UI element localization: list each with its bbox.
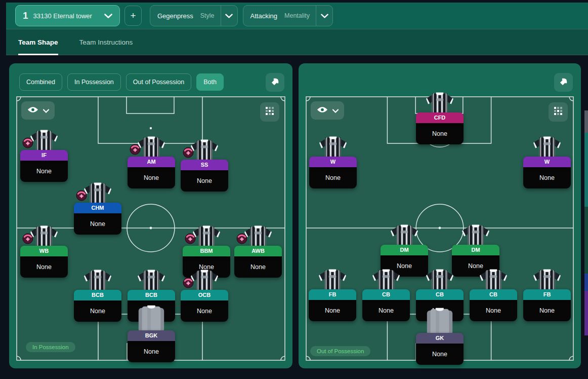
role-label: DM — [471, 247, 480, 253]
jersey-icon — [426, 269, 453, 291]
role-badge: OCB — [181, 290, 228, 300]
role-label: OCB — [198, 292, 211, 298]
player-card[interactable]: FB None — [523, 289, 571, 321]
role-label: BGK — [145, 332, 157, 338]
jersey-icon — [138, 136, 165, 159]
player-name: None — [432, 351, 447, 358]
view-both-button[interactable]: Both — [196, 73, 224, 91]
player-name: None — [432, 130, 447, 137]
edge-strip — [584, 0, 588, 379]
player-name: None — [144, 308, 159, 315]
view-in-possession-button[interactable]: In Possession — [67, 73, 121, 91]
player-name: None — [144, 348, 159, 355]
player-card[interactable]: OCB None — [181, 290, 228, 322]
tab-team-instructions[interactable]: Team Instructions — [79, 29, 133, 55]
player-card[interactable]: IF None — [20, 150, 68, 182]
player-card[interactable]: GK None — [416, 333, 464, 365]
player-name: None — [539, 307, 555, 314]
tactic-selector-dropdown[interactable]: 1 33130 Eternal tower — [15, 5, 120, 26]
chevron-down-icon — [221, 14, 237, 18]
player-card[interactable]: BCB None — [74, 290, 121, 322]
player-name: None — [325, 174, 341, 181]
player-card[interactable]: DM None — [381, 245, 428, 277]
player-name-box: None — [20, 161, 68, 182]
player-card[interactable]: CFD None — [416, 112, 464, 144]
view-combined-button[interactable]: Combined — [19, 73, 62, 91]
role-label: IF — [41, 152, 47, 158]
player-card[interactable]: BBM None — [183, 246, 230, 278]
in-possession-panel: Combined In Possession Out of Possession… — [9, 63, 292, 368]
possession-ball-icon — [183, 277, 194, 288]
role-badge: AWB — [234, 246, 282, 256]
player-card[interactable]: BCB None — [128, 290, 175, 322]
player-card[interactable]: CB None — [362, 289, 410, 321]
player-name: None — [432, 307, 447, 314]
player-card[interactable]: AWB None — [234, 246, 282, 278]
player-card[interactable]: W None — [309, 157, 357, 188]
role-label: SS — [201, 162, 208, 168]
role-label: W — [330, 159, 335, 165]
jersey-icon — [319, 136, 347, 159]
pitch-out-of-possession: CFD None — [306, 96, 574, 361]
players-layer: CFD None — [306, 96, 574, 361]
player-name-box: None — [128, 167, 175, 188]
mentality-dropdown[interactable]: Attacking Mentality — [243, 5, 333, 26]
player-card[interactable]: AM None — [128, 157, 175, 188]
edge-strip-segment — [584, 207, 588, 274]
player-name: None — [539, 174, 555, 181]
player-name-box: None — [452, 255, 499, 277]
out-of-possession-panel: CFD None — [299, 63, 581, 368]
player-name-box: None — [128, 300, 175, 322]
player-name: None — [90, 220, 105, 228]
role-label: GK — [436, 335, 444, 341]
jersey-icon — [244, 225, 272, 248]
player-name-box: None — [523, 167, 571, 188]
role-label: DM — [400, 247, 408, 253]
player-card[interactable]: WB None — [20, 246, 68, 278]
player-name: None — [36, 263, 52, 271]
kit-style-button[interactable] — [266, 73, 284, 92]
team-shape-screen: 1 33130 Eternal tower + Gegenpress Style… — [0, 0, 588, 379]
player-card[interactable]: FB None — [309, 289, 356, 321]
player-name: None — [36, 168, 52, 175]
tab-bar: Team Shape Team Instructions — [6, 29, 588, 55]
style-dropdown[interactable]: Gegenpress Style — [150, 5, 238, 26]
view-out-of-possession-button[interactable]: Out of Possession — [126, 73, 191, 91]
role-badge: CB — [362, 289, 410, 300]
player-name-box: None — [470, 300, 517, 321]
role-badge: DM — [381, 245, 428, 255]
player-card[interactable]: SS None — [181, 160, 228, 192]
mentality-value: Attacking — [243, 12, 277, 20]
jersey-icon — [462, 224, 489, 247]
mentality-category-label: Mentality — [277, 12, 316, 19]
player-name-box: None — [523, 300, 571, 321]
role-badge: FB — [523, 289, 571, 300]
player-card[interactable]: CB None — [470, 289, 517, 321]
role-badge: GK — [416, 333, 464, 344]
player-card[interactable]: BGK None — [128, 330, 175, 362]
player-name: None — [197, 308, 212, 315]
kit-style-button[interactable] — [554, 73, 573, 92]
player-name: None — [397, 262, 412, 270]
tactic-number: 1 — [23, 10, 28, 21]
player-card[interactable]: DM None — [452, 245, 499, 277]
jersey-icon — [191, 139, 218, 162]
player-name: None — [468, 262, 483, 270]
jersey-icon — [319, 269, 346, 291]
player-card[interactable]: CB None — [416, 289, 464, 321]
possession-ball-icon — [236, 233, 247, 244]
role-badge: BCB — [128, 290, 175, 300]
add-tactic-button[interactable]: + — [124, 6, 142, 26]
player-name-box: None — [181, 300, 228, 322]
possession-ball-icon — [185, 233, 196, 244]
kit-icon — [559, 77, 568, 88]
player-name: None — [144, 174, 159, 181]
role-label: CFD — [434, 115, 446, 121]
tab-team-shape[interactable]: Team Shape — [18, 29, 58, 55]
player-name-box: None — [20, 256, 68, 278]
player-card[interactable]: W None — [523, 157, 571, 188]
edge-strip-segment — [584, 133, 588, 207]
role-badge: WB — [20, 246, 68, 256]
player-card[interactable]: CHM None — [74, 203, 121, 235]
role-badge: CB — [416, 289, 464, 300]
